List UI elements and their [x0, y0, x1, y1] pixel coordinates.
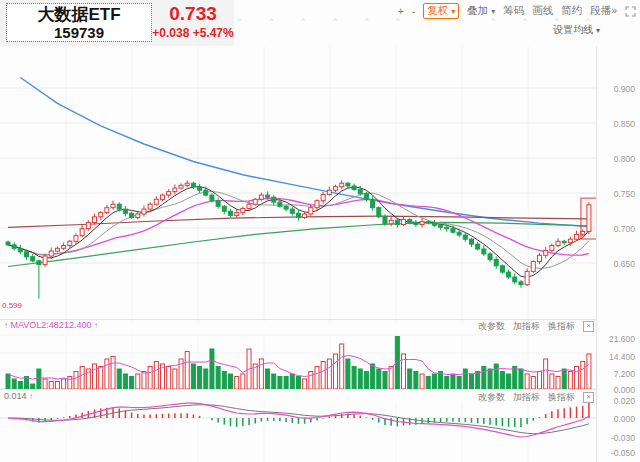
arrow-up-icon[interactable]: ↑ — [4, 321, 8, 330]
fullscreen-button[interactable] — [625, 6, 636, 17]
volume-axis-label: 14.400 — [595, 352, 635, 362]
caret-icon: ^ — [365, 16, 369, 25]
instrument-box: 大数据ETF 159739 — [6, 3, 152, 42]
chevron-down-icon: ▾ — [451, 7, 455, 16]
change-indicator-link[interactable]: 换指标 — [548, 391, 575, 404]
caret-icon: ^ — [301, 16, 305, 25]
last-price: 0.733 — [152, 3, 234, 25]
caret-icon: ^ — [586, 16, 590, 25]
volume-indicator-readout: ↑ MAVOL2:48212.400 ↑ — [4, 320, 98, 330]
arrow-up-icon[interactable]: ↑ — [94, 321, 98, 330]
price-axis-label: 0.750 — [595, 189, 635, 199]
price-axis-label: 0.700 — [595, 224, 635, 234]
volume-pane-controls: 改参数 加指标 换指标 × — [478, 320, 594, 333]
candlestick-chart-canvas[interactable]: 0.599 — [0, 46, 596, 322]
instrument-name: 大数据ETF — [7, 6, 151, 25]
macd-indicator-readout: 0.014 ↑ — [4, 391, 33, 401]
add-indicator-link[interactable]: 加指标 — [513, 320, 540, 333]
mavol-label: MAVOL2:48212.400 — [11, 320, 92, 330]
macd-axis-label: 0.000 — [595, 414, 635, 424]
macd-axis-label: -0.030 — [595, 433, 635, 443]
caret-icon: ^ — [555, 16, 559, 25]
macd-axis-label: 0.020 — [595, 396, 635, 406]
close-pane-button[interactable]: × — [583, 392, 594, 403]
macd-axis-label: -0.050 — [595, 448, 635, 458]
chevron-down-icon: ▾ — [596, 26, 600, 35]
macd-pane-controls: 改参数 加指标 换指标 × — [478, 391, 594, 404]
macd-chart-canvas[interactable] — [0, 402, 596, 462]
volume-axis-label: 0.000 — [595, 385, 635, 395]
macd-value-label: 0.014 — [4, 391, 27, 401]
close-pane-button[interactable]: × — [583, 321, 594, 332]
stock-chart-page: 大数据ETF 159739 0.733 +0.038 +5.47% + - 复权… — [0, 0, 640, 462]
double-arrow-icon: » — [611, 4, 617, 16]
caret-icon: ^ — [428, 16, 432, 25]
period-caret-row: ^^^^^^^^^^^^ — [238, 16, 590, 25]
change-indicator-link[interactable]: 换指标 — [548, 320, 575, 333]
fullscreen-icon — [625, 6, 636, 17]
price-axis-label: 0.850 — [595, 119, 635, 129]
low-price-marker: 0.599 — [2, 301, 23, 310]
volume-chart-canvas[interactable] — [0, 333, 596, 390]
segment-play-button[interactable]: 段播» — [590, 4, 617, 18]
caret-icon: ^ — [396, 16, 400, 25]
volume-axis-label: 21.600 — [595, 334, 635, 344]
add-indicator-link[interactable]: 加指标 — [513, 391, 540, 404]
pane-separator — [0, 389, 596, 390]
caret-icon: ^ — [333, 16, 337, 25]
set-ma-button[interactable]: 设置均线 ▾ — [553, 23, 600, 37]
chevron-down-icon: ▾ — [491, 7, 495, 16]
volume-axis-label: 7.200 — [595, 369, 635, 379]
edit-params-link[interactable]: 改参数 — [478, 391, 505, 404]
price-axis-label: 0.650 — [595, 259, 635, 269]
instrument-code: 159739 — [7, 25, 151, 42]
caret-icon: ^ — [270, 16, 274, 25]
arrow-up-icon[interactable]: ↑ — [29, 392, 33, 401]
price-change: +0.038 +5.47% — [150, 26, 236, 40]
edit-params-link[interactable]: 改参数 — [478, 320, 505, 333]
caret-icon: ^ — [491, 16, 495, 25]
caret-icon: ^ — [523, 16, 527, 25]
caret-icon: ^ — [460, 16, 464, 25]
caret-icon: ^ — [238, 16, 242, 25]
price-axis-label: 0.900 — [595, 84, 635, 94]
price-axis-label: 0.800 — [595, 154, 635, 164]
